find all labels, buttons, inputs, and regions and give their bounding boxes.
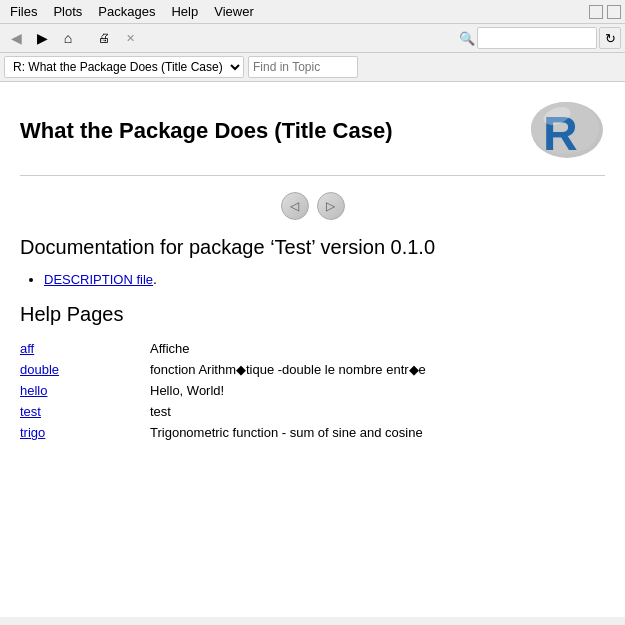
help-link-cell: double bbox=[20, 359, 150, 380]
home-button[interactable]: ⌂ bbox=[56, 27, 80, 49]
maximize-button[interactable] bbox=[607, 5, 621, 19]
refresh-icon: ↻ bbox=[605, 31, 616, 46]
help-pages-heading: Help Pages bbox=[20, 303, 605, 326]
menu-viewer[interactable]: Viewer bbox=[208, 2, 260, 21]
menu-help[interactable]: Help bbox=[165, 2, 204, 21]
help-desc-cell: fonction Arithm◆tique -double le nombre … bbox=[150, 359, 605, 380]
print-icon: 🖨 bbox=[98, 31, 110, 45]
help-link[interactable]: trigo bbox=[20, 425, 45, 440]
table-row: hello Hello, World! bbox=[20, 380, 605, 401]
description-link[interactable]: DESCRIPTION file bbox=[44, 272, 153, 287]
help-link[interactable]: hello bbox=[20, 383, 47, 398]
home-icon: ⌂ bbox=[64, 30, 72, 46]
help-desc-cell: Hello, World! bbox=[150, 380, 605, 401]
help-link[interactable]: test bbox=[20, 404, 41, 419]
stop-button[interactable]: ✕ bbox=[118, 27, 142, 49]
addressbar: R: What the Package Does (Title Case) bbox=[0, 53, 625, 82]
description-list-item: DESCRIPTION file. bbox=[44, 271, 605, 287]
page-header: What the Package Does (Title Case) R bbox=[20, 98, 605, 176]
toolbar: ◀ ▶ ⌂ 🖨 ✕ 🔍 ↻ bbox=[0, 24, 625, 53]
doc-list: DESCRIPTION file. bbox=[44, 271, 605, 287]
help-link-cell: trigo bbox=[20, 422, 150, 443]
menu-packages[interactable]: Packages bbox=[92, 2, 161, 21]
help-table: aff Affiche double fonction Arithm◆tique… bbox=[20, 338, 605, 443]
doc-heading: Documentation for package ‘Test’ version… bbox=[20, 236, 605, 259]
print-button[interactable]: 🖨 bbox=[92, 27, 116, 49]
search-icon: 🔍 bbox=[459, 31, 475, 46]
table-row: trigo Trigonometric function - sum of si… bbox=[20, 422, 605, 443]
table-row: test test bbox=[20, 401, 605, 422]
find-input[interactable] bbox=[248, 56, 358, 78]
back-icon: ◀ bbox=[11, 30, 22, 46]
menubar: Files Plots Packages Help Viewer bbox=[0, 0, 625, 24]
prev-arrow-icon: ◁ bbox=[290, 199, 299, 213]
r-logo: R bbox=[525, 98, 605, 163]
minimize-button[interactable] bbox=[589, 5, 603, 19]
prev-arrow[interactable]: ◁ bbox=[281, 192, 309, 220]
menu-files[interactable]: Files bbox=[4, 2, 43, 21]
help-link[interactable]: double bbox=[20, 362, 59, 377]
address-select[interactable]: R: What the Package Does (Title Case) bbox=[4, 56, 244, 78]
forward-icon: ▶ bbox=[37, 30, 48, 46]
menu-plots[interactable]: Plots bbox=[47, 2, 88, 21]
nav-arrows: ◁ ▷ bbox=[20, 192, 605, 220]
stop-icon: ✕ bbox=[126, 32, 135, 45]
help-desc-cell: Trigonometric function - sum of sine and… bbox=[150, 422, 605, 443]
help-link-cell: test bbox=[20, 401, 150, 422]
help-desc-cell: test bbox=[150, 401, 605, 422]
table-row: double fonction Arithm◆tique -double le … bbox=[20, 359, 605, 380]
page-title: What the Package Does (Title Case) bbox=[20, 118, 393, 144]
content-area: What the Package Does (Title Case) R ◁ ▷… bbox=[0, 82, 625, 617]
table-row: aff Affiche bbox=[20, 338, 605, 359]
next-arrow[interactable]: ▷ bbox=[317, 192, 345, 220]
help-link[interactable]: aff bbox=[20, 341, 34, 356]
help-link-cell: aff bbox=[20, 338, 150, 359]
search-area: 🔍 ↻ bbox=[459, 27, 621, 49]
help-desc-cell: Affiche bbox=[150, 338, 605, 359]
description-suffix: . bbox=[153, 271, 157, 287]
next-arrow-icon: ▷ bbox=[326, 199, 335, 213]
refresh-button[interactable]: ↻ bbox=[599, 27, 621, 49]
forward-button[interactable]: ▶ bbox=[30, 27, 54, 49]
back-button[interactable]: ◀ bbox=[4, 27, 28, 49]
search-input[interactable] bbox=[477, 27, 597, 49]
help-link-cell: hello bbox=[20, 380, 150, 401]
